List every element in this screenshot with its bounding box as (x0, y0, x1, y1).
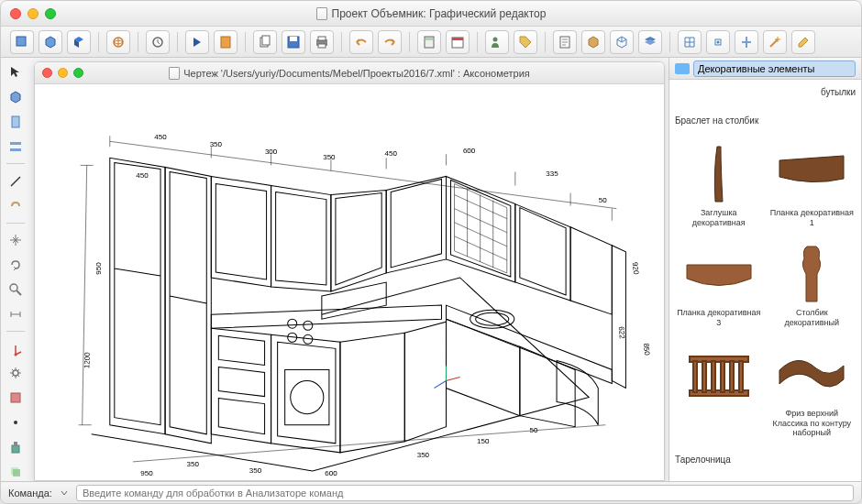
snap-icon[interactable] (706, 30, 730, 54)
svg-rect-28 (14, 442, 17, 446)
svg-text:335: 335 (546, 170, 558, 178)
command-input[interactable] (76, 485, 854, 501)
main-toolbar (1, 27, 861, 58)
window-controls (10, 8, 56, 19)
titlebar: Проект Объемник: Графический редактор (1, 1, 861, 27)
copy-icon[interactable] (253, 30, 277, 54)
shelf-tool-icon[interactable] (5, 137, 27, 156)
svg-text:622: 622 (617, 326, 626, 340)
close-button[interactable] (42, 68, 52, 78)
maximize-button[interactable] (45, 8, 56, 19)
svg-point-15 (493, 37, 498, 41)
save-icon[interactable] (282, 30, 305, 54)
document-icon (316, 7, 327, 20)
handle-tool-icon[interactable] (5, 196, 27, 215)
svg-rect-19 (12, 116, 19, 127)
dot-tool-icon[interactable] (5, 413, 27, 433)
catalog-item[interactable] (675, 343, 763, 447)
door-tool-icon[interactable] (5, 113, 27, 132)
print-icon[interactable] (310, 30, 334, 54)
svg-point-23 (15, 353, 17, 356)
svg-text:350: 350 (210, 140, 223, 148)
catalog-section-label: Браслет на столбик (675, 114, 856, 137)
drawing-canvas[interactable]: 450 350 300 350 450 600 335 50 450 950 1… (35, 84, 664, 480)
window-title: Проект Объемник: Графический редактор (316, 7, 547, 20)
users-icon[interactable] (485, 30, 509, 54)
tag-icon[interactable] (514, 30, 537, 54)
report-icon[interactable] (214, 30, 238, 54)
command-dropdown-icon[interactable] (58, 487, 71, 499)
svg-point-36 (291, 380, 324, 413)
svg-text:350: 350 (323, 153, 336, 161)
wand-icon[interactable] (763, 30, 787, 54)
svg-rect-64 (712, 361, 715, 392)
book-tool-icon[interactable] (5, 389, 27, 408)
globe-icon[interactable] (106, 30, 130, 54)
pan-tool-icon[interactable] (5, 231, 27, 250)
svg-rect-25 (11, 393, 20, 402)
svg-rect-21 (10, 148, 21, 151)
svg-rect-0 (17, 37, 26, 46)
category-select[interactable]: Декоративные элементы (693, 60, 856, 77)
paint-tool-icon[interactable] (5, 437, 27, 456)
catalog-item[interactable]: Планка декоративная 1 (768, 142, 856, 237)
package-icon[interactable] (581, 30, 605, 54)
svg-text:950: 950 (140, 469, 153, 477)
view-iso-icon[interactable] (67, 30, 91, 54)
redo-all-icon[interactable] (146, 30, 170, 54)
tool-palette (1, 58, 30, 481)
notes-icon[interactable] (553, 30, 577, 54)
catalog-panel: Декоративные элементы бутылки Браслет на… (669, 58, 861, 481)
play-icon[interactable] (185, 30, 209, 54)
main-area: Чертеж '/Users/yuriy/Documents/Mebel/Про… (1, 58, 861, 481)
svg-text:300: 300 (265, 148, 278, 156)
grid-icon[interactable] (678, 30, 702, 54)
svg-text:600: 600 (463, 147, 476, 155)
catalog-item[interactable]: Фриз верхний Классика по контуру наборны… (768, 343, 856, 447)
folder-icon (675, 63, 690, 74)
svg-text:450: 450 (136, 171, 149, 180)
calculator-icon[interactable] (417, 30, 441, 54)
dimension-tool-icon[interactable] (5, 304, 27, 323)
svg-rect-63 (702, 361, 706, 392)
close-button[interactable] (10, 8, 21, 19)
gear-tool-icon[interactable] (5, 364, 27, 383)
cursor-tool-icon[interactable] (5, 63, 27, 82)
zoom-tool-icon[interactable] (5, 280, 27, 300)
catalog-item[interactable]: Столбик декоративный (768, 242, 856, 337)
calendar-icon[interactable] (446, 30, 470, 54)
catalog-item[interactable]: Заглушка декоративная (675, 142, 763, 237)
svg-rect-10 (318, 44, 326, 48)
app-window: Проект Объемник: Графический редактор (0, 0, 862, 504)
view-3d-icon[interactable] (39, 30, 62, 54)
catalog-item[interactable]: Планка декоративная 3 (675, 242, 763, 337)
box-tool-icon[interactable] (5, 88, 27, 107)
svg-rect-7 (290, 37, 297, 41)
minimize-button[interactable] (28, 8, 39, 19)
origin-tool-icon[interactable] (5, 339, 27, 358)
minimize-button[interactable] (58, 68, 68, 78)
drawing-title: Чертеж '/Users/yuriy/Documents/Mebel/Про… (169, 67, 530, 80)
layer-tool-icon[interactable] (5, 462, 27, 481)
svg-rect-65 (721, 361, 724, 392)
drawing-window: Чертеж '/Users/yuriy/Documents/Mebel/Про… (34, 61, 665, 481)
view-cube-icon[interactable] (10, 30, 34, 54)
svg-point-26 (14, 421, 17, 424)
redo-icon[interactable] (378, 30, 402, 54)
line-tool-icon[interactable] (5, 171, 27, 191)
explode-icon[interactable] (610, 30, 634, 54)
maximize-button[interactable] (73, 68, 83, 78)
drawing-window-controls (42, 68, 83, 78)
svg-text:350: 350 (249, 466, 262, 475)
svg-rect-9 (318, 37, 326, 40)
svg-text:600: 600 (325, 469, 337, 477)
mirror-icon[interactable] (735, 30, 758, 54)
catalog-header: Декоративные элементы (669, 58, 861, 80)
undo-icon[interactable] (349, 30, 373, 54)
edit-icon[interactable] (791, 30, 815, 54)
drawing-titlebar: Чертеж '/Users/yuriy/Documents/Mebel/Про… (35, 62, 664, 84)
rotate-tool-icon[interactable] (5, 256, 27, 275)
svg-point-31 (288, 319, 297, 328)
layers-icon[interactable] (638, 30, 662, 54)
svg-rect-62 (693, 361, 697, 392)
